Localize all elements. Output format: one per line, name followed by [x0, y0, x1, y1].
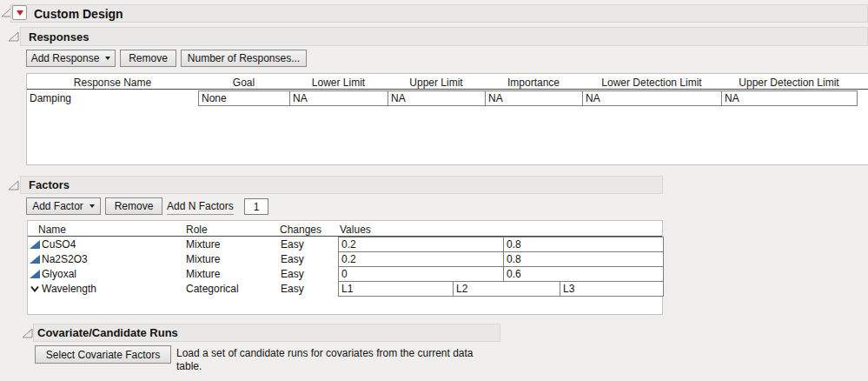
continuous-factor-icon: [30, 240, 40, 249]
factor-name[interactable]: Glyoxal: [42, 268, 76, 280]
responses-title: Responses: [29, 30, 89, 43]
select-covariate-factors-label: Select Covariate Factors: [46, 349, 160, 361]
col-header-values: Values: [340, 224, 371, 236]
factor-value-cell[interactable]: 0.2: [338, 237, 504, 252]
responses-table: Response Name Goal Lower Limit Upper Lim…: [26, 73, 868, 165]
factor-role[interactable]: Mixture: [186, 253, 220, 265]
lower-detection-limit-cell[interactable]: NA: [582, 90, 722, 106]
factors-title: Factors: [29, 178, 70, 191]
custom-design-header-bar: Custom Design: [10, 4, 868, 23]
remove-response-button[interactable]: Remove: [120, 50, 176, 67]
dropdown-arrow-icon: [105, 57, 110, 60]
add-factor-button[interactable]: Add Factor: [26, 197, 101, 215]
red-triangle-menu-button[interactable]: [12, 5, 27, 20]
factor-role[interactable]: Categorical: [186, 283, 239, 295]
factor-changes[interactable]: Easy: [281, 253, 304, 265]
importance-cell[interactable]: NA: [485, 90, 583, 106]
continuous-factor-icon: [30, 255, 40, 264]
factor-changes[interactable]: Easy: [281, 268, 304, 280]
factor-name[interactable]: Wavelength: [42, 283, 96, 295]
factor-name[interactable]: CuSO4: [42, 238, 76, 251]
col-header-upper-limit: Upper Limit: [388, 77, 485, 89]
factor-value-cell[interactable]: L3: [560, 281, 664, 297]
continuous-factor-icon: [30, 270, 40, 278]
disclosure-triangle-icon[interactable]: [8, 31, 19, 42]
add-response-label: Add Response: [31, 52, 100, 64]
number-of-responses-label: Number of Responses...: [188, 52, 300, 64]
factor-role[interactable]: Mixture: [186, 238, 220, 251]
col-header-lower-detection-limit: Lower Detection Limit: [582, 77, 721, 89]
covariate-description-line1: Load a set of candidate runs for covaria…: [176, 347, 474, 359]
add-factor-label: Add Factor: [32, 200, 83, 212]
categorical-factor-icon: [30, 284, 40, 293]
col-header-importance: Importance: [485, 77, 582, 89]
factors-table: Name Role Changes Values CuSO4 Mixture E…: [27, 220, 663, 315]
factor-value-cell[interactable]: 0: [338, 266, 504, 282]
goal-cell[interactable]: None: [198, 90, 290, 106]
col-header-name: Name: [38, 224, 66, 236]
lower-limit-cell[interactable]: NA: [289, 90, 388, 106]
col-header-response-name: Response Name: [27, 77, 198, 89]
col-header-changes: Changes: [280, 224, 321, 236]
remove-factor-label: Remove: [115, 200, 154, 212]
col-header-upper-detection-limit: Upper Detection Limit: [721, 77, 857, 89]
dropdown-arrow-icon: [89, 204, 95, 208]
factor-value-cell[interactable]: L2: [453, 281, 560, 297]
factor-value-cell[interactable]: 0.6: [503, 266, 664, 282]
number-of-responses-button[interactable]: Number of Responses...: [181, 50, 307, 67]
add-n-factors-input[interactable]: 1: [244, 198, 268, 215]
remove-response-label: Remove: [129, 52, 168, 64]
factors-header-bar: Factors: [20, 176, 663, 194]
disclosure-triangle-icon[interactable]: [22, 328, 33, 338]
upper-limit-cell[interactable]: NA: [388, 90, 486, 106]
add-n-factors-label: Add N Factors: [167, 199, 234, 215]
covariate-title: Covariate/Candidate Runs: [37, 326, 178, 339]
upper-detection-limit-cell[interactable]: NA: [721, 90, 858, 106]
col-header-goal: Goal: [198, 77, 289, 89]
factor-value-cell[interactable]: 0.2: [338, 251, 504, 267]
factor-role[interactable]: Mixture: [186, 268, 220, 280]
factor-value-cell[interactable]: 0.8: [503, 251, 664, 267]
covariate-description-line2: table.: [176, 360, 202, 372]
responses-header-bar: Responses: [20, 27, 868, 46]
factor-name[interactable]: Na2S2O3: [42, 253, 88, 265]
col-header-lower-limit: Lower Limit: [289, 77, 388, 89]
factor-changes[interactable]: Easy: [281, 238, 304, 251]
factor-value-cell[interactable]: L1: [338, 281, 454, 297]
disclosure-triangle-icon[interactable]: [8, 180, 19, 190]
response-name-cell[interactable]: Damping: [30, 92, 71, 104]
page-title: Custom Design: [34, 7, 123, 21]
header-divider: [27, 89, 868, 90]
select-covariate-factors-button[interactable]: Select Covariate Factors: [35, 345, 171, 364]
add-response-button[interactable]: Add Response: [26, 50, 116, 67]
col-header-role: Role: [186, 224, 208, 236]
red-triangle-menu-icon: [17, 10, 23, 16]
custom-design-window: Custom Design Responses Add Response Rem…: [0, 0, 868, 381]
covariate-header-bar: Covariate/Candidate Runs: [33, 324, 500, 342]
remove-factor-button[interactable]: Remove: [105, 197, 162, 215]
factor-changes[interactable]: Easy: [281, 283, 304, 295]
factor-value-cell[interactable]: 0.8: [503, 237, 664, 252]
